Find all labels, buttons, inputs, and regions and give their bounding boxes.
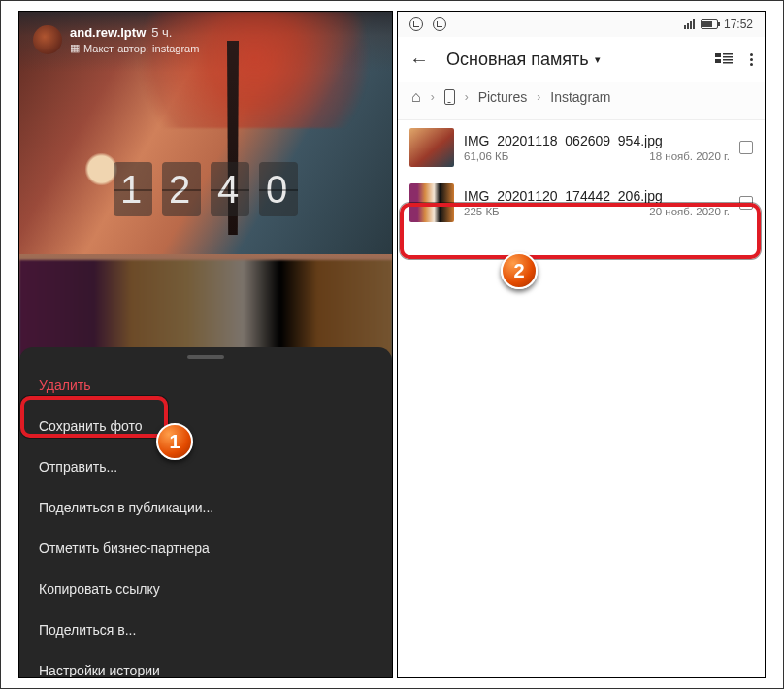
callout-marker-2: 2 [501,252,538,289]
app-bar-actions [715,53,753,67]
sheet-tag-partner[interactable]: Отметить бизнес-партнера [19,528,392,569]
sheet-share-in[interactable]: Поделиться в... [19,609,392,650]
chevron-icon: › [537,90,540,104]
username-text: and.rew.lptw [70,25,146,40]
status-left [409,17,446,31]
storage-title[interactable]: Основная память ▾ [446,49,601,70]
dropdown-caret-icon: ▾ [595,53,601,66]
file-meta: 61,06 КБ 18 нояб. 2020 г. [464,150,730,162]
file-row[interactable]: IMG_20201118_062609_954.jpg 61,06 КБ 18 … [398,120,765,176]
author-prefix: автор: [117,43,148,54]
username-block: and.rew.lptw 5 ч. ▦ Макет автор: instagr… [70,25,199,54]
viber-notification-icon [409,17,423,31]
file-name: IMG_20201118_062609_954.jpg [464,133,730,148]
list-view-icon[interactable] [715,53,733,67]
clock-digit: 1 [114,162,152,216]
sheet-story-settings[interactable]: Настройки истории [19,650,392,678]
layout-author-row: ▦ Макет автор: instagram [70,42,199,54]
chevron-icon: › [465,90,469,104]
flip-clock: 1 2 4 0 [114,162,298,216]
file-manager-screen: 17:52 ← Основная память ▾ ⌂ › › Pictures… [397,11,766,678]
battery-icon [701,19,718,29]
layout-icon: ▦ [70,42,80,54]
file-checkbox[interactable] [739,141,753,154]
author-name: instagram [152,43,199,54]
clock-digit: 4 [211,162,249,216]
story-header: and.rew.lptw 5 ч. ▦ Макет автор: instagr… [19,12,392,62]
highlight-new-file [400,203,761,259]
sheet-copy-link[interactable]: Копировать ссылку [19,569,392,609]
home-icon[interactable]: ⌂ [411,88,421,106]
layout-label: Макет [83,43,114,54]
viber-notification-icon [433,17,446,31]
file-size: 61,06 КБ [464,150,508,162]
sheet-send[interactable]: Отправить... [19,446,392,487]
sheet-handle[interactable] [187,355,224,359]
clock-digit: 0 [259,162,298,216]
storage-title-text: Основная память [446,49,589,70]
status-time: 17:52 [724,17,753,31]
clock-digit: 2 [162,162,201,216]
file-date: 18 нояб. 2020 г. [649,150,730,162]
sheet-share-post[interactable]: Поделиться в публикации... [19,487,392,528]
instagram-story-screen: and.rew.lptw 5 ч. ▦ Макет автор: instagr… [18,11,393,678]
file-thumbnail [409,128,454,167]
breadcrumb-instagram[interactable]: Instagram [550,89,610,105]
avatar[interactable] [33,25,62,54]
callout-marker-1: 1 [156,423,193,460]
breadcrumb: ⌂ › › Pictures › Instagram [398,82,765,120]
story-strip-image [19,260,392,357]
username-row[interactable]: and.rew.lptw 5 ч. [70,25,199,40]
app-bar: ← Основная память ▾ [398,37,765,82]
file-name: IMG_20201120_174442_206.jpg [464,188,730,204]
status-bar: 17:52 [398,12,765,37]
more-menu-icon[interactable] [750,53,753,67]
chevron-icon: › [431,90,435,104]
back-button[interactable]: ← [409,49,429,71]
device-icon[interactable] [444,89,455,105]
signal-icon [684,19,695,29]
file-info: IMG_20201118_062609_954.jpg 61,06 КБ 18 … [464,133,730,162]
breadcrumb-pictures[interactable]: Pictures [478,89,528,105]
time-ago: 5 ч. [151,25,172,40]
highlight-save-photo [20,396,168,438]
status-right: 17:52 [684,17,753,31]
